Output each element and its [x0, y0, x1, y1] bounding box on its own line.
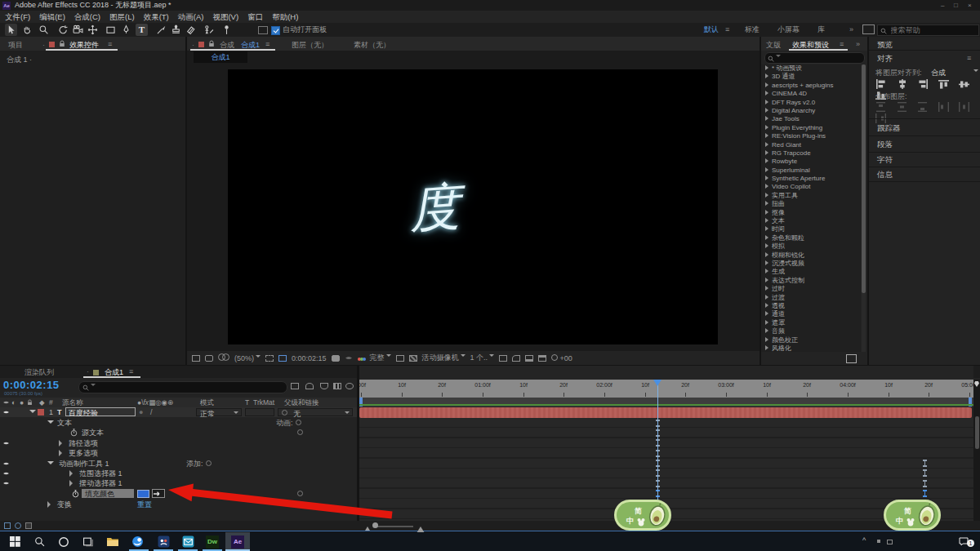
keyframe-icon[interactable] [923, 460, 927, 467]
stopwatch-icon[interactable] [70, 429, 78, 437]
align-hcenter-icon[interactable] [897, 79, 908, 91]
panel-info-header[interactable]: 信息 [877, 170, 893, 180]
effects-category[interactable]: Digital Anarchy [761, 107, 861, 115]
tab-project[interactable]: 项目 [8, 40, 23, 51]
close-button[interactable]: × [968, 0, 972, 11]
snapshot-camera-icon[interactable] [332, 355, 340, 362]
effects-category[interactable]: 3D 通道 [761, 73, 861, 81]
effects-category[interactable]: 透视 [761, 302, 861, 310]
layer-quality-icon[interactable]: ● [139, 407, 143, 417]
pen-tool-icon[interactable] [120, 24, 132, 36]
viewer-timecode[interactable]: 0:00:02:15 [292, 354, 327, 362]
align-top-icon[interactable] [938, 79, 950, 91]
effects-category[interactable]: Video Copilot [761, 183, 861, 191]
maximize-button[interactable]: □ [954, 0, 958, 11]
scrollbar-thumb[interactable] [862, 64, 866, 293]
menu-item[interactable]: 合成(C) [74, 11, 100, 23]
puppet-pin-tool-icon[interactable] [220, 24, 233, 36]
animate-add-icon[interactable] [296, 420, 301, 425]
align-vcenter-icon[interactable] [959, 79, 970, 91]
tab-layer[interactable]: 图层（无） [292, 40, 328, 51]
file-explorer-icon[interactable] [101, 532, 124, 551]
effects-category[interactable]: 模拟 [761, 242, 861, 251]
effects-category[interactable]: 文本 [761, 217, 861, 225]
prop-row-animator[interactable]: 动画制作工具 1 添加: [0, 459, 357, 469]
timeline-menu-icon[interactable]: ≡ [129, 367, 133, 375]
effects-category[interactable]: 生成 [761, 268, 861, 276]
effects-category[interactable]: 遮罩 [761, 319, 861, 327]
resolution-dropdown[interactable]: 完整 [370, 353, 391, 363]
effects-category[interactable]: Jae Tools [761, 115, 861, 123]
effects-category[interactable]: Synthetic Aperture [761, 175, 861, 183]
mini-flowchart-icon[interactable] [291, 383, 299, 389]
prop-row-wiggly-selector[interactable]: 摆动选择器 1 [0, 478, 357, 488]
keyframe-icon[interactable] [923, 480, 927, 487]
roi-icon[interactable] [396, 355, 404, 362]
effects-category[interactable]: Rowbyte [761, 158, 861, 166]
eye-icon[interactable] [2, 481, 10, 486]
tray-icon[interactable] [877, 540, 880, 543]
shy-layers-icon[interactable] [320, 383, 328, 389]
panel-align-header[interactable]: 对齐 [877, 54, 893, 64]
effects-category[interactable]: RG Trapcode [761, 149, 861, 158]
comp-marker-bin-icon[interactable] [974, 381, 979, 387]
toggle-switches-pane-icon[interactable] [4, 522, 11, 529]
layer-fx-icon[interactable]: / [150, 407, 153, 417]
current-timecode[interactable]: 0:00:02:15 [3, 379, 60, 391]
tab-render-queue[interactable]: 渲染队列 [24, 367, 54, 378]
prop-row-source-text[interactable]: 源文本 [0, 428, 357, 438]
mask-visibility-icon[interactable] [278, 355, 287, 362]
netdisk-app-icon[interactable] [152, 532, 175, 551]
eraser-tool-icon[interactable] [185, 24, 197, 36]
keyframe-icon[interactable] [923, 469, 927, 477]
hand-tool-icon[interactable] [21, 24, 33, 36]
effects-category[interactable]: RE:Vision Plug-ins [761, 132, 861, 140]
workspace-tab[interactable]: 标准 [745, 24, 760, 35]
eye-icon[interactable] [2, 441, 10, 446]
layer-trkmat-cell[interactable] [245, 408, 274, 416]
panel-paragraph-header[interactable]: 段落 [877, 140, 893, 150]
distribute-hcenter-icon[interactable] [959, 102, 970, 113]
keyframe-selected-icon[interactable] [923, 490, 927, 497]
align-menu-icon[interactable]: ≡ [967, 54, 971, 62]
menu-item[interactable]: 动画(A) [178, 11, 204, 23]
main-viewer-icon[interactable] [205, 355, 213, 362]
effects-category[interactable]: 扭曲 [761, 200, 861, 208]
timeline-vscrollbar[interactable] [973, 380, 980, 521]
prop-row-range-selector[interactable]: 范围选择器 1 [0, 469, 357, 478]
toggle-inout-pane-icon[interactable] [25, 522, 32, 529]
prop-row-transform[interactable]: 变换 重置 [0, 500, 357, 509]
layer-parent-dropdown[interactable]: 无 [278, 408, 353, 416]
menu-item[interactable]: 编辑(E) [39, 11, 65, 23]
fast-previews-icon[interactable] [512, 355, 520, 362]
menu-item[interactable]: 文件(F) [5, 11, 30, 23]
timeline-button-icon[interactable] [525, 355, 533, 362]
effects-category[interactable]: Plugin Everything [761, 124, 861, 132]
composition-view[interactable]: 度 [228, 69, 718, 344]
effects-category[interactable]: Superluminal [761, 167, 861, 175]
effects-scrollbar[interactable] [862, 64, 866, 352]
trkmat-t-column[interactable]: T [245, 398, 249, 407]
channels-icon[interactable] [358, 354, 365, 362]
after-effects-icon[interactable]: Ae [225, 532, 250, 551]
show-snapshot-icon[interactable] [345, 355, 353, 361]
motion-blur-icon[interactable] [345, 383, 354, 389]
layer-name[interactable]: 百度经验 [65, 407, 136, 416]
workspace-tab-default[interactable]: 默认 [704, 24, 719, 35]
zoom-tool-icon[interactable] [38, 24, 50, 36]
start-button[interactable] [3, 532, 26, 551]
effects-category[interactable]: 沉浸式视频 [761, 260, 861, 268]
camera-view-dropdown[interactable]: 活动摄像机 [422, 353, 466, 363]
toggle-transfer-pane-icon[interactable] [15, 522, 21, 529]
pan-behind-tool-icon[interactable] [87, 24, 99, 36]
effects-category[interactable]: 实用工具 [761, 192, 861, 200]
workspace-tab[interactable]: 库 [817, 24, 825, 35]
panel-menu-icon[interactable]: ≡ [265, 40, 270, 48]
panel-character-header[interactable]: 字符 [877, 155, 893, 166]
eye-icon[interactable] [2, 461, 10, 466]
stopwatch-icon[interactable] [72, 490, 79, 498]
align-left-icon[interactable] [875, 79, 887, 91]
menu-item[interactable]: 效果(T) [144, 11, 169, 23]
layer-label-chip[interactable] [38, 409, 44, 415]
dreamweaver-icon[interactable]: Dw [201, 532, 224, 551]
